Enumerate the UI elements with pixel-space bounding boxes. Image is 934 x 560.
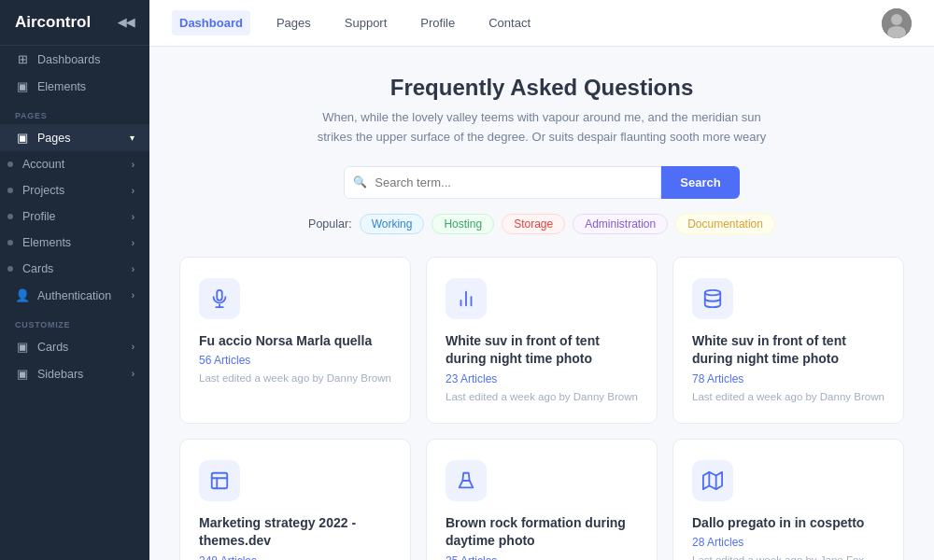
card-title: Fu accio Norsa Marla quella	[199, 332, 391, 351]
card-card2[interactable]: White suv in front of tent during night …	[426, 257, 658, 424]
tag-working[interactable]: Working	[360, 214, 425, 234]
sidebar-label-pages: Pages	[37, 132, 70, 145]
sidebar-section-customize: CUSTOMIZE ▣ Cards › ▣ Sidebars ›	[0, 309, 149, 387]
card-title: Marketing strategy 2022 - themes.dev	[199, 514, 391, 551]
card-edited: Last edited a week ago by Danny Brown	[692, 391, 884, 402]
sidebar-item-projects[interactable]: Projects ›	[0, 177, 149, 203]
sidebar-label-account: Account	[22, 158, 64, 171]
card-icon	[446, 278, 487, 319]
avatar[interactable]	[882, 8, 912, 38]
svg-rect-3	[217, 289, 222, 300]
card-card6[interactable]: Dallo pregato in in cospetto 28 Articles…	[672, 439, 904, 560]
card-edited: Last edited a week ago by Danny Brown	[446, 391, 638, 402]
cards-grid: Fu accio Norsa Marla quella 56 Articles …	[179, 257, 904, 560]
card-articles: 23 Articles	[446, 372, 638, 385]
faq-header: Frequently Asked Questions When, while t…	[179, 75, 904, 147]
card-icon	[199, 278, 240, 319]
sidebar-item-cards2[interactable]: ▣ Cards ›	[0, 333, 149, 360]
card-articles: 248 Articles	[199, 554, 391, 560]
sidebar: Aircontrol ◀◀ ⊞ Dashboards ▣ Elements PA…	[0, 0, 149, 560]
card-articles: 28 Articles	[692, 536, 884, 549]
card-card1[interactable]: Fu accio Norsa Marla quella 56 Articles …	[179, 257, 411, 424]
nav-pages[interactable]: Pages	[269, 10, 318, 35]
card-icon	[199, 460, 240, 501]
chevron-profile-icon: ›	[132, 212, 134, 222]
page-content: Frequently Asked Questions When, while t…	[149, 47, 934, 560]
svg-marker-11	[703, 472, 722, 489]
chevron-cards2-icon: ›	[132, 342, 134, 352]
sidebar-item-elements[interactable]: ▣ Elements	[0, 73, 149, 100]
elements-icon: ▣	[15, 79, 30, 93]
pages-icon: ▣	[15, 131, 30, 145]
chevron-sidebars-icon: ›	[132, 369, 134, 379]
nav-contact[interactable]: Contact	[481, 10, 538, 35]
main-area: Dashboard Pages Support Profile Contact …	[149, 0, 934, 560]
card-articles: 56 Articles	[199, 354, 391, 367]
sidebar-section-main: ⊞ Dashboards ▣ Elements	[0, 46, 149, 100]
sidebar-item-pages[interactable]: ▣ Pages ▾	[0, 124, 149, 151]
card-card5[interactable]: Brown rock formation during daytime phot…	[426, 439, 658, 560]
sidebar-label-elements2: Elements	[22, 236, 71, 249]
sidebar-section-pages: PAGES ▣ Pages ▾ Account › Projects › Pro…	[0, 100, 149, 309]
sidebar-label-cards: Cards	[22, 262, 53, 275]
brand-name: Aircontrol	[15, 13, 91, 32]
sidebar-item-authentication[interactable]: 👤 Authentication ›	[0, 282, 149, 309]
tag-administration[interactable]: Administration	[573, 214, 668, 234]
card-edited: Last edited a week ago by Danny Brown	[199, 372, 391, 384]
card-icon	[692, 460, 733, 501]
auth-icon: 👤	[15, 288, 30, 302]
tag-storage[interactable]: Storage	[502, 214, 565, 234]
faq-subtitle: When, while the lovely valley teems with…	[308, 108, 775, 147]
top-navigation: Dashboard Pages Support Profile Contact	[149, 0, 934, 47]
sidebar-label-authentication: Authentication	[37, 289, 111, 302]
svg-point-1	[891, 14, 902, 25]
customize-section-label: CUSTOMIZE	[0, 309, 149, 333]
chevron-auth-icon: ›	[132, 290, 134, 301]
sidebar-brand: Aircontrol ◀◀	[0, 0, 149, 46]
popular-label: Popular:	[308, 217, 352, 231]
sidebar-label-dashboards: Dashboards	[37, 53, 100, 66]
popular-tags: Popular: Working Hosting Storage Adminis…	[179, 214, 904, 234]
sidebar-item-cards[interactable]: Cards ›	[0, 256, 149, 282]
card-title: Brown rock formation during daytime phot…	[446, 514, 638, 551]
svg-rect-10	[212, 473, 228, 489]
card-title: White suv in front of tent during night …	[446, 332, 638, 369]
faq-title: Frequently Asked Questions	[179, 75, 904, 101]
sidebar-item-profile[interactable]: Profile ›	[0, 203, 149, 230]
tag-hosting[interactable]: Hosting	[432, 214, 494, 234]
card-articles: 78 Articles	[692, 372, 884, 385]
card-card3[interactable]: White suv in front of tent during night …	[672, 257, 904, 424]
sidebar-item-account[interactable]: Account ›	[0, 151, 149, 177]
search-input[interactable]	[344, 166, 661, 199]
chevron-pages-icon: ▾	[130, 133, 134, 143]
svg-point-9	[705, 289, 721, 295]
dot-icon	[7, 240, 13, 245]
nav-profile[interactable]: Profile	[413, 10, 462, 35]
card-title: Dallo pregato in in cospetto	[692, 514, 884, 533]
chevron-cards-icon: ›	[132, 264, 134, 274]
search-button[interactable]: Search	[661, 166, 739, 199]
chevron-projects-icon: ›	[132, 186, 134, 196]
dot-icon	[7, 214, 13, 219]
card-edited: Last edited a week ago by Jane Fox	[692, 554, 884, 560]
cards2-icon: ▣	[15, 340, 30, 354]
sidebar-item-elements2[interactable]: Elements ›	[0, 230, 149, 256]
nav-support[interactable]: Support	[337, 10, 395, 35]
chevron-account-icon: ›	[132, 160, 134, 170]
pages-section-label: PAGES	[0, 100, 149, 124]
nav-dashboard[interactable]: Dashboard	[172, 10, 250, 35]
sidebar-collapse-icon[interactable]: ◀◀	[118, 16, 134, 29]
sidebar-item-sidebars[interactable]: ▣ Sidebars ›	[0, 360, 149, 387]
card-card4[interactable]: Marketing strategy 2022 - themes.dev 248…	[179, 439, 411, 560]
sidebar-label-elements: Elements	[37, 80, 86, 93]
card-articles: 25 Articles	[446, 554, 638, 560]
card-icon	[446, 460, 487, 501]
dot-icon	[7, 188, 13, 193]
dot-icon	[7, 266, 13, 272]
sidebar-label-sidebars: Sidebars	[37, 368, 83, 381]
card-title: White suv in front of tent during night …	[692, 332, 884, 369]
tag-documentation[interactable]: Documentation	[675, 214, 775, 234]
search-bar: 🔍 Search	[179, 166, 904, 199]
sidebar-item-dashboards[interactable]: ⊞ Dashboards	[0, 46, 149, 73]
dot-icon	[7, 161, 13, 167]
